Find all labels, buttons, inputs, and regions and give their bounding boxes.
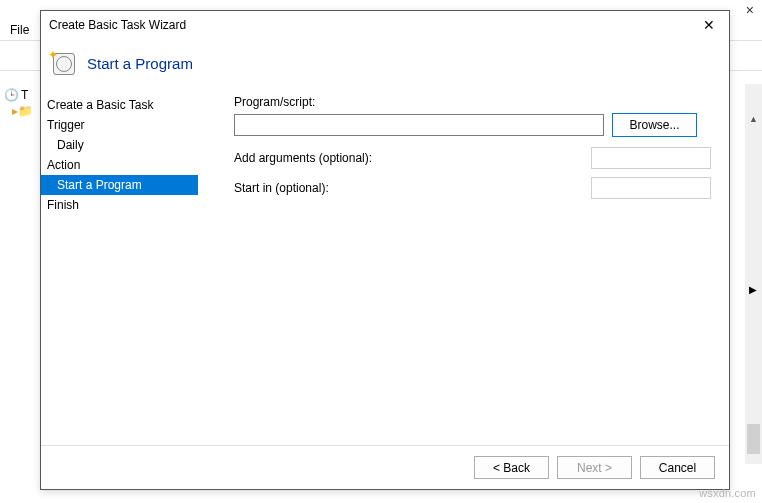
wizard-icon: ✦ [51,51,75,75]
star-icon: ✦ [48,48,58,62]
program-script-input[interactable] [234,114,604,136]
nav-create-basic-task[interactable]: Create a Basic Task [41,95,198,115]
scroll-expand-icon[interactable]: ▶ [749,284,757,295]
arguments-input[interactable] [591,147,711,169]
folder-icon: ▸📁 [12,104,33,118]
bg-close-icon[interactable]: × [746,2,754,18]
arguments-row: Add arguments (optional): [234,147,711,169]
bg-right-scrollbar[interactable]: ▲ ▶ [745,84,762,464]
dialog-header: ✦ Start a Program [41,39,729,95]
startin-input[interactable] [591,177,711,199]
watermark: wsxdn.com [699,487,756,499]
nav-daily[interactable]: Daily [41,135,198,155]
startin-label: Start in (optional): [234,181,329,195]
browse-button[interactable]: Browse... [612,113,697,137]
dialog-titlebar: Create Basic Task Wizard ✕ [41,11,729,39]
clock-icon: 🕒 [4,88,19,102]
arguments-label: Add arguments (optional): [234,151,372,165]
wizard-nav: Create a Basic Task Trigger Daily Action… [41,95,198,465]
nav-trigger[interactable]: Trigger [41,115,198,135]
startin-row: Start in (optional): [234,177,711,199]
dialog-title: Create Basic Task Wizard [49,18,186,32]
menu-file[interactable]: File [10,23,29,37]
nav-action[interactable]: Action [41,155,198,175]
scroll-up-icon[interactable]: ▲ [749,114,758,124]
wizard-form: Program/script: Browse... Add arguments … [198,95,729,465]
bg-tree-panel: 🕒 T ▸📁 [0,84,40,484]
tree-root-label: T [21,88,28,102]
nav-start-a-program[interactable]: Start a Program [41,175,198,195]
close-icon[interactable]: ✕ [697,17,721,33]
tree-root-item[interactable]: 🕒 T [4,88,36,102]
program-script-label: Program/script: [234,95,711,109]
dialog-body: Create a Basic Task Trigger Daily Action… [41,95,729,465]
program-script-row: Program/script: Browse... [234,95,711,137]
nav-finish[interactable]: Finish [41,195,198,215]
back-button[interactable]: < Back [474,456,549,479]
next-button: Next > [557,456,632,479]
wizard-dialog: Create Basic Task Wizard ✕ ✦ Start a Pro… [40,10,730,490]
page-heading: Start a Program [87,55,193,72]
cancel-button[interactable]: Cancel [640,456,715,479]
scroll-thumb[interactable] [747,424,760,454]
tree-child-item[interactable]: ▸📁 [4,104,36,118]
dialog-footer: < Back Next > Cancel [41,445,729,489]
